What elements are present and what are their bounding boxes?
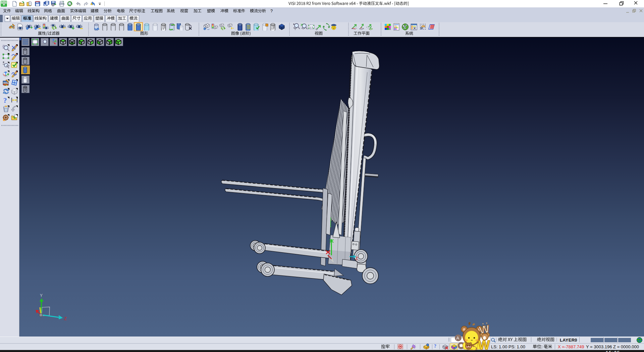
svg-text:Z: Z <box>64 316 67 321</box>
svg-text:Y: Y <box>40 293 43 298</box>
svg-text:Z: Z <box>356 256 358 261</box>
svg-text:W: W <box>478 338 490 352</box>
